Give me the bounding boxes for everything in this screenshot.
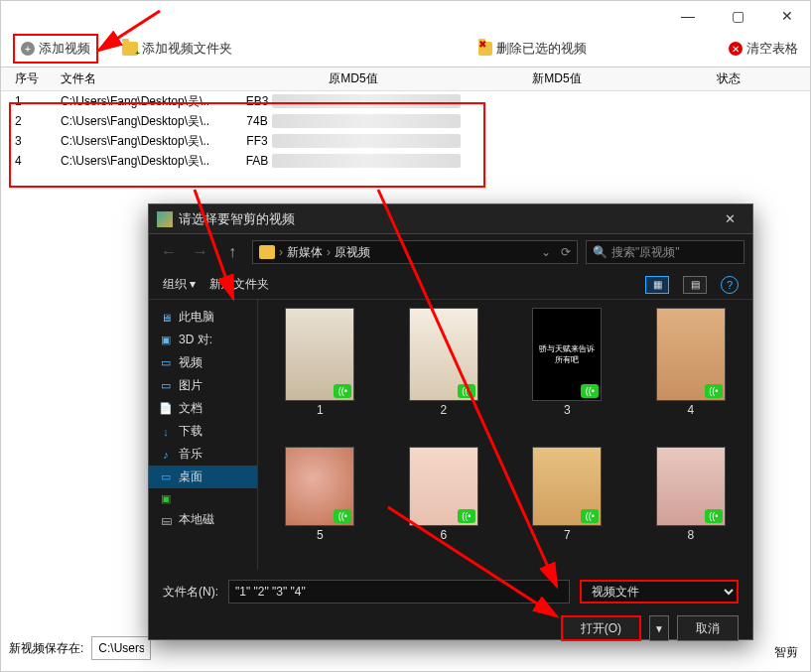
table-row[interactable]: 3 C:\Users\Fang\Desktop\吴\.. FF3 bbox=[1, 131, 810, 151]
clear-table-label: 清空表格 bbox=[746, 40, 798, 58]
file-open-dialog: 请选择要智剪的视频 ✕ ← → ↑ › 新媒体 › 原视频 ⌄ ⟳ 🔍 搜索"原… bbox=[148, 203, 753, 640]
col-file: 文件名 bbox=[61, 70, 239, 87]
dialog-toolbar: 组织 ▾ 新建文件夹 ▦ ▤ ? bbox=[149, 270, 752, 300]
video-badge-icon: ((• bbox=[334, 384, 351, 398]
open-button[interactable]: 打开(O) bbox=[561, 615, 641, 641]
refresh-icon[interactable]: ⟳ bbox=[561, 245, 571, 259]
video-badge-icon: ((• bbox=[458, 509, 475, 523]
minimize-button[interactable]: — bbox=[673, 4, 703, 28]
file-thumbnail[interactable]: 骄与天赋来告诉所有吧((• 3 bbox=[513, 308, 621, 437]
file-grid: ((• 1 ((• 2 骄与天赋来告诉所有吧((• 3 ((• 4 ((• bbox=[258, 300, 752, 570]
help-button[interactable]: ? bbox=[721, 276, 739, 294]
chevron-down-icon[interactable]: ⌄ bbox=[541, 245, 551, 259]
folder-delete-icon bbox=[478, 42, 492, 56]
search-input[interactable]: 🔍 搜索"原视频" bbox=[586, 240, 744, 264]
delete-selected-label: 删除已选的视频 bbox=[496, 40, 587, 58]
table-row[interactable]: 4 C:\Users\Fang\Desktop\吴\.. FAB bbox=[1, 151, 810, 171]
folder-plus-icon bbox=[122, 42, 138, 56]
dialog-sidebar: 🖥此电脑 ▣3D 对: ▭视频 ▭图片 📄文档 ↓下载 ♪音乐 ▭桌面 ▣ 🖴本… bbox=[149, 300, 258, 570]
breadcrumb-seg[interactable]: 新媒体 bbox=[287, 244, 323, 261]
video-badge-icon: ((• bbox=[705, 509, 723, 523]
sidebar-item-thispc[interactable]: 🖥此电脑 bbox=[149, 306, 257, 329]
table-header: 序号 文件名 原MD5值 新MD5值 状态 bbox=[1, 67, 810, 91]
plus-icon: + bbox=[21, 42, 35, 56]
nav-back-button[interactable]: ← bbox=[157, 240, 181, 264]
dialog-footer: 文件名(N): 视频文件 打开(O) ▼ 取消 bbox=[149, 570, 752, 651]
sidebar-item-localdisk[interactable]: 🖴本地磁 bbox=[149, 508, 257, 531]
sidebar-item-desktop[interactable]: ▭桌面 bbox=[149, 466, 257, 488]
col-md5o: 原MD5值 bbox=[239, 70, 468, 87]
filetype-select[interactable]: 视频文件 bbox=[580, 580, 739, 604]
sidebar-item-green[interactable]: ▣ bbox=[149, 488, 257, 508]
sidebar-item-pictures[interactable]: ▭图片 bbox=[149, 374, 257, 397]
add-video-button[interactable]: + 添加视频 bbox=[13, 34, 98, 64]
file-thumbnail[interactable]: ((• 6 bbox=[390, 447, 498, 562]
add-video-label: 添加视频 bbox=[39, 40, 90, 58]
toolbar: + 添加视频 添加视频文件夹 删除已选的视频 ✕ 清空表格 bbox=[1, 31, 810, 67]
dialog-close-button[interactable]: ✕ bbox=[715, 211, 744, 226]
col-num: 序号 bbox=[1, 70, 61, 87]
cancel-button[interactable]: 取消 bbox=[677, 615, 739, 641]
sidebar-item-music[interactable]: ♪音乐 bbox=[149, 443, 257, 466]
delete-selected-button[interactable]: 删除已选的视频 bbox=[478, 40, 587, 58]
view-mode-button[interactable]: ▦ bbox=[645, 276, 669, 294]
open-dropdown-button[interactable]: ▼ bbox=[649, 615, 669, 641]
breadcrumb-seg[interactable]: 原视频 bbox=[335, 244, 370, 261]
sidebar-item-video[interactable]: ▭视频 bbox=[149, 351, 257, 374]
dialog-titlebar: 请选择要智剪的视频 ✕ bbox=[149, 204, 752, 234]
dialog-title: 请选择要智剪的视频 bbox=[179, 210, 295, 228]
nav-forward-button[interactable]: → bbox=[189, 240, 212, 264]
nav-up-button[interactable]: ↑ bbox=[220, 240, 244, 264]
clear-icon: ✕ bbox=[729, 42, 743, 56]
folder-icon bbox=[259, 245, 275, 259]
new-folder-button[interactable]: 新建文件夹 bbox=[209, 276, 269, 293]
add-folder-button[interactable]: 添加视频文件夹 bbox=[122, 40, 232, 58]
sidebar-item-downloads[interactable]: ↓下载 bbox=[149, 420, 257, 443]
video-badge-icon: ((• bbox=[334, 509, 351, 523]
filename-label: 文件名(N): bbox=[163, 584, 218, 601]
file-thumbnail[interactable]: ((• 5 bbox=[266, 447, 374, 562]
video-badge-icon: ((• bbox=[705, 384, 723, 398]
filename-input[interactable] bbox=[228, 580, 570, 604]
smart-cut-button[interactable]: 智剪 bbox=[774, 644, 798, 661]
search-icon: 🔍 bbox=[593, 245, 608, 259]
close-button[interactable]: ✕ bbox=[772, 4, 802, 28]
titlebar: — ▢ ✕ bbox=[1, 1, 810, 31]
table-row[interactable]: 2 C:\Users\Fang\Desktop\吴\.. 74B bbox=[1, 111, 810, 131]
add-folder-label: 添加视频文件夹 bbox=[142, 40, 232, 58]
dialog-nav: ← → ↑ › 新媒体 › 原视频 ⌄ ⟳ 🔍 搜索"原视频" bbox=[149, 234, 752, 270]
table-row[interactable]: 1 C:\Users\Fang\Desktop\吴\.. EB3 bbox=[1, 91, 810, 111]
video-badge-icon: ((• bbox=[458, 384, 475, 398]
save-path-label: 新视频保存在: bbox=[9, 640, 83, 657]
sidebar-item-docs[interactable]: 📄文档 bbox=[149, 397, 257, 420]
col-status: 状态 bbox=[646, 70, 810, 87]
organize-button[interactable]: 组织 ▾ bbox=[163, 276, 196, 293]
video-badge-icon: ((• bbox=[581, 509, 599, 523]
col-md5n: 新MD5值 bbox=[468, 70, 646, 87]
file-thumbnail[interactable]: ((• 7 bbox=[513, 447, 621, 562]
file-thumbnail[interactable]: ((• 8 bbox=[637, 447, 745, 562]
clear-table-button[interactable]: ✕ 清空表格 bbox=[729, 40, 798, 58]
file-thumbnail[interactable]: ((• 2 bbox=[390, 308, 498, 437]
dialog-icon bbox=[157, 211, 173, 227]
file-thumbnail[interactable]: ((• 4 bbox=[637, 308, 745, 437]
breadcrumb[interactable]: › 新媒体 › 原视频 ⌄ ⟳ bbox=[252, 240, 578, 264]
file-thumbnail[interactable]: ((• 1 bbox=[266, 308, 374, 437]
maximize-button[interactable]: ▢ bbox=[723, 4, 752, 28]
save-path-input[interactable] bbox=[91, 636, 151, 660]
video-table: 序号 文件名 原MD5值 新MD5值 状态 1 C:\Users\Fang\De… bbox=[1, 67, 810, 171]
view-mode-button-2[interactable]: ▤ bbox=[683, 276, 707, 294]
video-badge-icon: ((• bbox=[581, 384, 599, 398]
sidebar-item-3d[interactable]: ▣3D 对: bbox=[149, 329, 257, 351]
